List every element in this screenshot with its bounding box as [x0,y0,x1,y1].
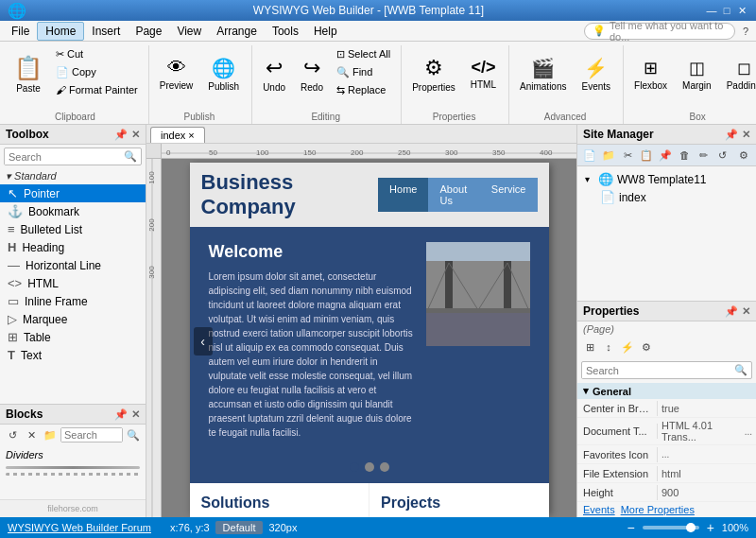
zoom-thumb[interactable] [686,523,696,532]
close-btn[interactable]: ✕ [735,4,748,17]
carousel-prev-btn[interactable]: ‹ [194,327,213,356]
menu-view[interactable]: View [169,23,209,40]
toolbox-item-bookmark[interactable]: ⚓Bookmark [0,202,146,220]
padding-btn[interactable]: ◻ Padding [720,45,756,102]
sm-new-btn[interactable]: 📄 [581,147,598,164]
blocks-pin-icon[interactable]: 📌 [114,408,128,421]
prop-link-events[interactable]: Events [583,504,615,515]
toolbox-item-pointer[interactable]: ↖Pointer [0,184,146,202]
prop-gear-btn[interactable]: ⚙ [638,338,655,356]
preview-btn[interactable]: 👁 Preview [153,45,200,102]
redo-btn[interactable]: ↪ Redo [294,45,330,102]
carousel-dots [190,455,549,476]
status-text[interactable]: WYSIWYG Web Builder Forum [8,522,151,533]
properties-general-header[interactable]: ▾ General [577,383,756,399]
blocks-search-btn[interactable]: 🔍 [125,426,142,443]
menu-file[interactable]: File [4,23,37,40]
prop-doc-type-btn[interactable]: ... [745,426,752,437]
sm-rename-btn[interactable]: ✏ [695,147,712,164]
prop-az-btn[interactable]: ↕ [600,338,617,356]
toolbox-search-icon[interactable]: 🔍 [120,148,141,165]
properties-btn[interactable]: ⚙ Properties [405,45,462,102]
menu-home[interactable]: Home [37,22,84,41]
blocks-refresh-btn[interactable]: ↺ [4,426,21,443]
select-all-btn[interactable]: ⊡Select All [332,45,395,62]
carousel-dot-3[interactable] [380,462,389,472]
sm-copy-btn[interactable]: 📋 [638,147,655,164]
carousel-dot-2[interactable] [365,462,374,472]
blocks-add-btn[interactable]: ✕ [23,426,40,443]
zoom-plus-btn[interactable]: + [707,520,714,535]
toolbox-item-heading[interactable]: HHeading [0,238,146,256]
prop-value-file-ext[interactable]: html [658,466,756,481]
prop-lightning-btn[interactable]: ⚡ [619,338,636,356]
toolbox-item-table[interactable]: ⊞Table [0,328,146,346]
margin-btn[interactable]: ◫ Margin [676,45,718,102]
cut-btn[interactable]: ✂Cut [51,45,143,62]
sm-settings-btn[interactable]: ⚙ [735,147,752,164]
properties-close-icon[interactable]: ✕ [742,305,750,318]
menu-page[interactable]: Page [128,23,169,40]
format-painter-btn[interactable]: 🖌Format Painter [51,81,143,98]
events-btn[interactable]: ⚡ Events [575,45,617,102]
properties-search-input[interactable] [582,363,730,378]
sm-folder-btn[interactable]: 📁 [600,147,617,164]
ribbon-help-btn[interactable]: ? [739,25,752,38]
prop-link-more[interactable]: More Properties [621,504,695,515]
site-manager-close-icon[interactable]: ✕ [742,129,750,141]
prop-value-doc-type[interactable]: HTML 4.01 Trans... ... [658,418,756,444]
flexbox-btn[interactable]: ⊞ Flexbox [627,45,674,102]
prop-value-height[interactable]: 900 [658,485,756,500]
tree-item-ww8[interactable]: ▾ 🌐 WW8 Template11 [577,170,756,188]
animations-btn[interactable]: 🎬 Animations [513,45,573,102]
prop-value-center-in-bro[interactable]: true [658,401,756,416]
nav-link-service[interactable]: Service [480,178,538,212]
undo-btn[interactable]: ↩ Undo [256,45,292,102]
prop-fav-icon-btn[interactable]: ... [662,449,669,460]
properties-pin-icon[interactable]: 📌 [725,305,738,318]
toolbox-pin-icon[interactable]: 📌 [114,129,128,141]
toolbox-item-marquee[interactable]: ▷Marquee [0,310,146,328]
copy-btn[interactable]: 📄Copy [51,63,143,80]
toolbox-item-bulleted-list[interactable]: ≡Bulleted List [0,220,146,238]
tree-item-index[interactable]: 📄 index [577,188,756,206]
canvas-wrapper[interactable]: Business Company Home About Us Service ‹… [162,159,576,517]
toolbox-item-text[interactable]: TText [0,346,146,364]
toolbox-item-html[interactable]: <>HTML [0,274,146,292]
find-btn[interactable]: 🔍Find [332,63,395,80]
menu-insert[interactable]: Insert [84,23,128,40]
sm-cut-btn[interactable]: ✂ [619,147,636,164]
site-manager-pin-icon[interactable]: 📌 [725,129,738,141]
minimize-btn[interactable]: — [705,4,718,17]
tree-expand-ww8[interactable]: ▾ [585,174,594,184]
blocks-search-input[interactable] [61,428,122,442]
editor-tab-index[interactable]: index × [150,127,205,143]
menu-tools[interactable]: Tools [265,23,306,40]
tell-me-box[interactable]: 💡 Tell me what you want to do... [584,23,735,40]
prop-sort-btn[interactable]: ⊞ [581,338,598,356]
carousel-dot-1[interactable] [350,462,359,472]
sm-paste-btn[interactable]: 📌 [657,147,674,164]
page-default-btn[interactable]: Default [215,521,264,534]
menu-help[interactable]: Help [306,23,345,40]
maximize-btn[interactable]: □ [720,4,733,17]
blocks-folder-btn[interactable]: 📁 [42,426,59,443]
paste-btn[interactable]: 📋 Paste [8,45,49,102]
replace-btn[interactable]: ⇆Replace [332,81,395,98]
nav-link-about[interactable]: About Us [428,178,479,212]
toolbox-item-horizontal-line[interactable]: —Horizontal Line [0,256,146,274]
html-btn[interactable]: </> HTML [464,45,503,102]
toolbox-close-icon[interactable]: ✕ [131,129,140,141]
sm-refresh-btn[interactable]: ↺ [713,147,730,164]
publish-btn[interactable]: 🌐 Publish [201,45,246,102]
menu-arrange[interactable]: Arrange [209,23,265,40]
zoom-minus-btn[interactable]: − [627,520,634,535]
properties-search-icon[interactable]: 🔍 [730,362,751,378]
toolbox-item-inline-frame[interactable]: ▭Inline Frame [0,292,146,310]
toolbox-search-input[interactable] [5,149,120,165]
nav-link-home[interactable]: Home [378,178,428,212]
zoom-slider[interactable] [643,526,699,529]
blocks-close-icon[interactable]: ✕ [131,408,140,421]
sm-delete-btn[interactable]: 🗑 [676,147,693,164]
prop-value-fav-icon[interactable]: ... [658,447,756,461]
